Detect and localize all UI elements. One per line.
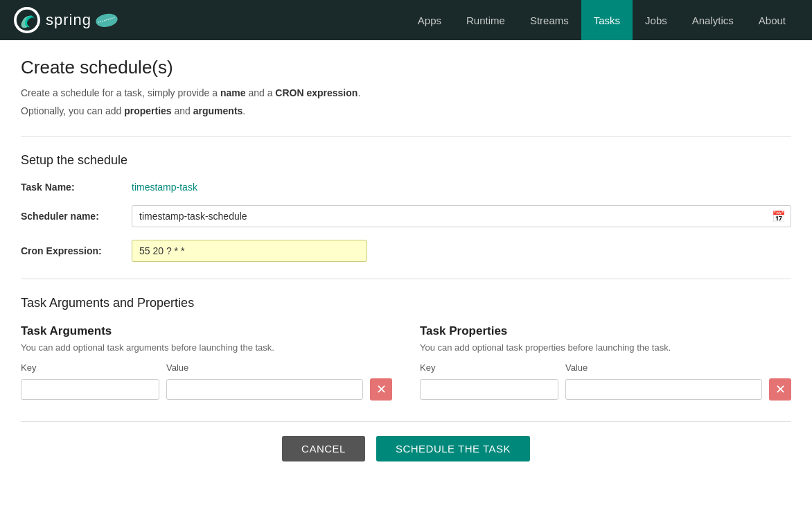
nav-analytics[interactable]: Analytics	[680, 0, 746, 40]
divider-1	[21, 136, 791, 137]
navbar: spring Apps Runtime Streams Tasks Jobs A…	[0, 0, 812, 40]
scheduler-name-row: Scheduler name: 📅	[21, 205, 791, 227]
footer-buttons: CANCEL SCHEDULE THE TASK	[21, 421, 791, 475]
leaf-icon	[94, 11, 119, 29]
task-args-col-headers: Key Value	[21, 362, 392, 373]
props-key-header: Key	[420, 362, 565, 373]
nav-jobs[interactable]: Jobs	[633, 0, 680, 40]
args-key-input-1[interactable]	[21, 379, 159, 400]
args-remove-button-1[interactable]: ✕	[370, 378, 392, 401]
cancel-button[interactable]: CANCEL	[282, 436, 365, 461]
task-args-title: Task Arguments	[21, 324, 392, 338]
nav-streams[interactable]: Streams	[518, 0, 581, 40]
props-value-header: Value	[565, 362, 791, 373]
cron-label: Cron Expression:	[21, 245, 132, 256]
main-content: Create schedule(s) Create a schedule for…	[0, 40, 812, 496]
calendar-icon: 📅	[772, 209, 786, 222]
cron-expression-row: Cron Expression:	[21, 240, 791, 262]
nav-runtime[interactable]: Runtime	[454, 0, 518, 40]
logo-icon	[14, 7, 40, 33]
args-row-1: ✕	[21, 378, 392, 401]
props-key-input-1[interactable]	[420, 379, 558, 400]
task-name-label: Task Name:	[21, 182, 132, 193]
scheduler-name-input[interactable]	[132, 205, 791, 227]
task-name-row: Task Name: timestamp-task	[21, 182, 791, 193]
divider-2	[21, 279, 791, 279]
nav-apps[interactable]: Apps	[405, 0, 454, 40]
page-title: Create schedule(s)	[21, 57, 791, 78]
task-properties-column: Task Properties You can add optional tas…	[420, 324, 791, 401]
props-row-1: ✕	[420, 378, 791, 401]
subtitle-line1: Create a schedule for a task, simply pro…	[21, 85, 791, 100]
nav-items: Apps Runtime Streams Tasks Jobs Analytic…	[405, 0, 798, 40]
subtitle-line2: Optionally, you can add properties and a…	[21, 103, 791, 118]
props-remove-button-1[interactable]: ✕	[769, 378, 791, 401]
logo: spring	[14, 7, 119, 33]
scheduler-name-label: Scheduler name:	[21, 211, 132, 222]
setup-heading: Setup the schedule	[21, 153, 791, 168]
task-args-desc: You can add optional task arguments befo…	[21, 342, 392, 353]
nav-about[interactable]: About	[746, 0, 798, 40]
args-props-heading: Task Arguments and Properties	[21, 296, 791, 310]
cron-input[interactable]	[132, 240, 367, 262]
args-props-columns: Task Arguments You can add optional task…	[21, 324, 791, 401]
task-props-col-headers: Key Value	[420, 362, 791, 373]
logo-text: spring	[46, 11, 91, 29]
task-arguments-column: Task Arguments You can add optional task…	[21, 324, 392, 401]
svg-point-1	[95, 12, 118, 28]
args-key-header: Key	[21, 362, 166, 373]
scheduler-name-input-wrap: 📅	[132, 205, 791, 227]
task-name-value: timestamp-task	[132, 182, 197, 193]
schedule-button[interactable]: SCHEDULE THE TASK	[376, 436, 530, 461]
args-value-input-1[interactable]	[166, 379, 363, 400]
args-value-header: Value	[166, 362, 392, 373]
props-value-input-1[interactable]	[565, 379, 762, 400]
task-props-title: Task Properties	[420, 324, 791, 338]
task-props-desc: You can add optional task properties bef…	[420, 342, 791, 353]
nav-tasks[interactable]: Tasks	[581, 0, 633, 40]
